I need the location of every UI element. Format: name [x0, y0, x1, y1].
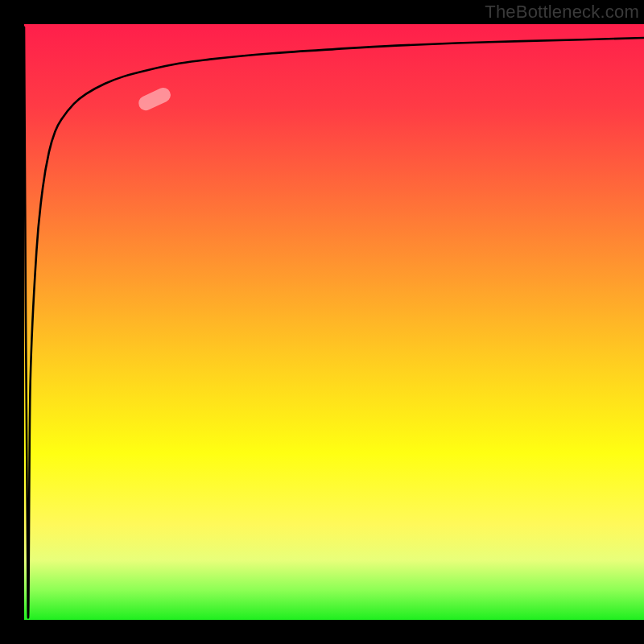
curve-layer	[24, 24, 644, 620]
chart-stage: TheBottleneck.com	[0, 0, 644, 644]
plot-area	[24, 24, 644, 620]
main-curve	[24, 27, 644, 618]
curve-marker-pill	[136, 85, 173, 112]
watermark-text: TheBottleneck.com	[485, 2, 639, 23]
